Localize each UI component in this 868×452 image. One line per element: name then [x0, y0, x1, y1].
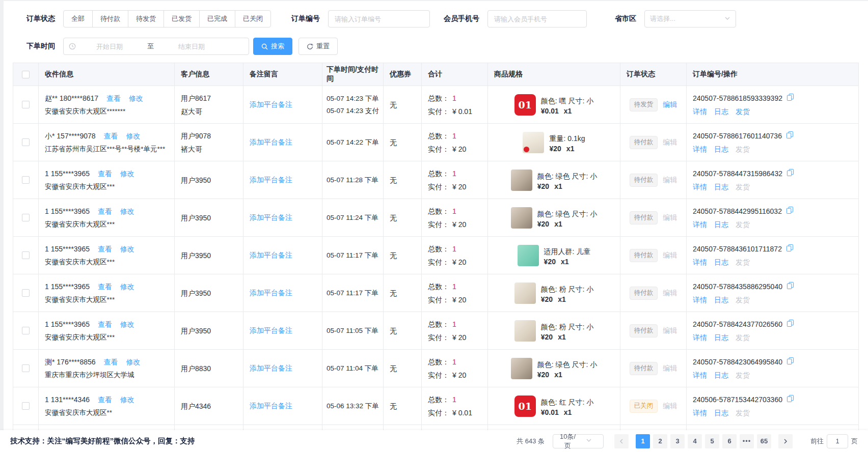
row-checkbox[interactable]	[22, 251, 30, 259]
next-page-button[interactable]	[778, 434, 793, 448]
log-link[interactable]: 日志	[714, 256, 728, 269]
add-platform-remark-link[interactable]: 添加平台备注	[250, 100, 316, 109]
page-size-select[interactable]: 10条/页	[553, 434, 604, 448]
search-button[interactable]: 搜索	[253, 38, 292, 55]
add-platform-remark-link[interactable]: 添加平台备注	[250, 138, 316, 147]
edit-order-link[interactable]: 编辑	[663, 289, 677, 298]
edit-order-link[interactable]: 编辑	[663, 251, 677, 260]
view-link[interactable]: 查看	[98, 282, 112, 291]
status-filter-button-3[interactable]: 待发货	[128, 10, 164, 27]
status-filter-button-2[interactable]: 待付款	[92, 10, 128, 27]
edit-order-link[interactable]: 编辑	[663, 402, 677, 411]
select-all-checkbox[interactable]	[22, 71, 30, 78]
page-button-1[interactable]: 1	[636, 434, 650, 448]
add-platform-remark-link[interactable]: 添加平台备注	[250, 402, 316, 411]
log-link[interactable]: 日志	[714, 218, 728, 231]
detail-link[interactable]: 详情	[693, 331, 707, 344]
row-checkbox[interactable]	[22, 138, 30, 146]
detail-link[interactable]: 详情	[693, 180, 707, 193]
start-date-input[interactable]	[79, 43, 140, 50]
detail-link[interactable]: 详情	[693, 369, 707, 382]
log-link[interactable]: 日志	[714, 143, 728, 156]
row-checkbox[interactable]	[22, 214, 30, 221]
modify-link[interactable]: 修改	[126, 132, 140, 140]
detail-link[interactable]: 详情	[693, 218, 707, 231]
end-date-input[interactable]	[161, 43, 222, 50]
page-button-2[interactable]: 2	[653, 434, 667, 448]
copy-icon[interactable]	[786, 355, 794, 369]
prev-page-button[interactable]	[614, 434, 629, 448]
add-platform-remark-link[interactable]: 添加平台备注	[250, 289, 316, 298]
add-platform-remark-link[interactable]: 添加平台备注	[250, 364, 316, 373]
member-phone-input[interactable]	[487, 10, 587, 27]
region-select[interactable]: 请选择...	[644, 10, 736, 27]
row-checkbox[interactable]	[22, 327, 30, 334]
detail-link[interactable]: 详情	[693, 406, 707, 419]
modify-link[interactable]: 修改	[120, 207, 134, 215]
view-link[interactable]: 查看	[98, 207, 112, 215]
page-button-3[interactable]: 3	[670, 434, 685, 448]
copy-icon[interactable]	[786, 393, 794, 406]
edit-order-link[interactable]: 编辑	[663, 364, 677, 373]
add-platform-remark-link[interactable]: 添加平台备注	[250, 176, 316, 185]
status-filter-button-4[interactable]: 已发货	[164, 10, 200, 27]
add-platform-remark-link[interactable]: 添加平台备注	[250, 251, 316, 260]
modify-link[interactable]: 修改	[120, 282, 134, 291]
ship-link[interactable]: 发货	[736, 369, 750, 382]
view-link[interactable]: 查看	[98, 170, 112, 178]
view-link[interactable]: 查看	[98, 396, 112, 404]
ship-link[interactable]: 发货	[736, 105, 750, 118]
copy-icon[interactable]	[786, 167, 794, 180]
reset-button[interactable]: 重置	[299, 38, 338, 55]
ship-link[interactable]: 发货	[736, 180, 750, 193]
add-platform-remark-link[interactable]: 添加平台备注	[250, 213, 316, 222]
modify-link[interactable]: 修改	[120, 170, 134, 178]
copy-icon[interactable]	[786, 280, 794, 293]
row-checkbox[interactable]	[22, 364, 30, 372]
edit-order-link[interactable]: 编辑	[663, 326, 677, 335]
detail-link[interactable]: 详情	[693, 256, 707, 269]
edit-order-link[interactable]: 编辑	[663, 100, 677, 109]
copy-icon[interactable]	[786, 242, 794, 256]
page-button-4[interactable]: 4	[688, 434, 702, 448]
page-button-6[interactable]: 6	[722, 434, 737, 448]
log-link[interactable]: 日志	[714, 293, 728, 306]
ship-link[interactable]: 发货	[736, 256, 750, 269]
row-checkbox[interactable]	[22, 101, 30, 108]
pagination-ellipsis[interactable]: •••	[740, 434, 754, 448]
log-link[interactable]: 日志	[714, 369, 728, 382]
view-link[interactable]: 查看	[98, 320, 112, 328]
ship-link[interactable]: 发货	[736, 293, 750, 306]
modify-link[interactable]: 修改	[126, 358, 140, 366]
detail-link[interactable]: 详情	[693, 105, 707, 118]
edit-order-link[interactable]: 编辑	[663, 138, 677, 147]
view-link[interactable]: 查看	[104, 132, 118, 140]
log-link[interactable]: 日志	[714, 406, 728, 419]
modify-link[interactable]: 修改	[120, 396, 134, 404]
detail-link[interactable]: 详情	[693, 293, 707, 306]
row-checkbox[interactable]	[22, 289, 30, 297]
view-link[interactable]: 查看	[98, 245, 112, 253]
ship-link[interactable]: 发货	[736, 406, 750, 419]
status-filter-button-6[interactable]: 已关闭	[235, 10, 271, 27]
log-link[interactable]: 日志	[714, 180, 728, 193]
page-button-65[interactable]: 65	[757, 434, 771, 448]
detail-link[interactable]: 详情	[693, 143, 707, 156]
log-link[interactable]: 日志	[714, 105, 728, 118]
ship-link[interactable]: 发货	[736, 218, 750, 231]
edit-order-link[interactable]: 编辑	[663, 213, 677, 222]
copy-icon[interactable]	[786, 92, 794, 105]
copy-icon[interactable]	[786, 318, 794, 331]
edit-order-link[interactable]: 编辑	[663, 176, 677, 185]
goto-page-input[interactable]	[827, 434, 848, 448]
date-range-picker[interactable]: 至	[63, 38, 249, 55]
status-filter-button-5[interactable]: 已完成	[199, 10, 235, 27]
log-link[interactable]: 日志	[714, 331, 728, 344]
copy-icon[interactable]	[786, 205, 794, 218]
order-no-input[interactable]	[328, 10, 430, 27]
ship-link[interactable]: 发货	[736, 331, 750, 344]
view-link[interactable]: 查看	[106, 94, 121, 102]
view-link[interactable]: 查看	[104, 358, 118, 366]
row-checkbox[interactable]	[22, 176, 30, 184]
modify-link[interactable]: 修改	[120, 320, 134, 328]
